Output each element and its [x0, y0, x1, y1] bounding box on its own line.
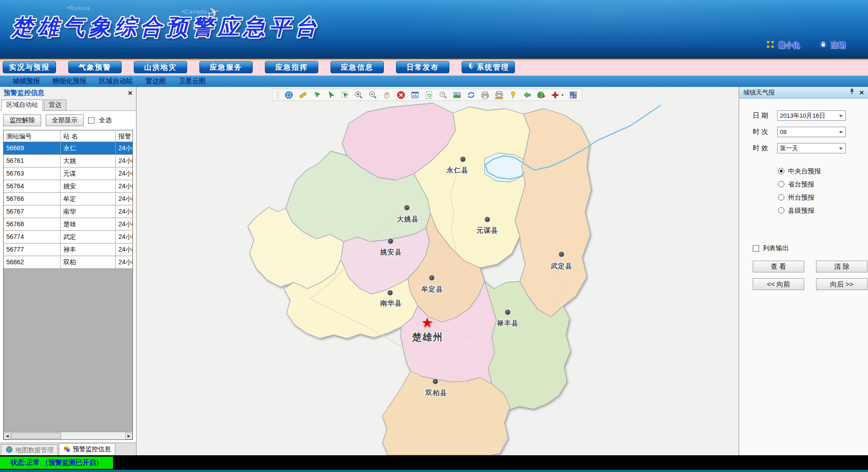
bottom-tab-1[interactable]: 地图数据管理 — [1, 444, 58, 455]
left-panel-close-icon[interactable]: × — [128, 89, 132, 97]
scroll-right-arrow-icon[interactable]: ▶ — [125, 433, 132, 439]
table-row[interactable]: 56669永仁24小时 — [4, 142, 132, 155]
nav-tab-1[interactable]: 实况与预报 — [3, 61, 56, 73]
map-toolbar: ?▾ — [272, 89, 582, 101]
radio-label: 州台预报 — [788, 193, 814, 202]
chevron-down-icon[interactable] — [839, 148, 843, 150]
alarm-cell: 24小时 — [116, 167, 132, 180]
left-panel-tabs: 区域自动站 雷达 — [0, 99, 136, 110]
header-banner: •Russia•Canada ✈ 楚雄气象综合预警应急平台 最小化 注销 — [0, 0, 868, 60]
table-row[interactable]: 56766牟定24小时 — [4, 193, 132, 205]
forecast-buttons: 查 看清 除<< 向前向后 >> — [753, 261, 868, 290]
field-combobox[interactable]: 2013年10月16日 — [777, 110, 846, 121]
clear-button[interactable]: 清 除 — [816, 261, 868, 272]
subnav-item-2[interactable]: 精细化预报 — [46, 77, 93, 86]
show-all-button[interactable]: 全部显示 — [46, 114, 84, 126]
scroll-left-arrow-icon[interactable]: ◀ — [4, 433, 11, 439]
radio-button[interactable] — [778, 181, 784, 187]
nav-tab-8[interactable]: 系统管理 — [462, 61, 515, 73]
map-place-label: 大姚县 — [397, 215, 419, 224]
radio-row: 州台预报 — [778, 192, 868, 203]
scrollbar-thumb[interactable] — [11, 433, 61, 439]
table-row[interactable]: 56768楚雄24小时 — [4, 218, 132, 231]
print-setup-icon[interactable] — [495, 91, 504, 100]
layers-icon[interactable] — [569, 91, 578, 100]
bottom-tab-2[interactable]: 预警监控信息 — [59, 443, 115, 455]
table-row[interactable]: 56777禄丰24小时 — [4, 243, 132, 256]
select-all-checkbox[interactable] — [88, 117, 94, 124]
chevron-down-icon[interactable] — [839, 131, 843, 133]
nav-tab-label: 应急信息 — [341, 62, 373, 73]
logout-button[interactable]: 注销 — [819, 40, 845, 51]
nav-tab-7[interactable]: 日常发布 — [396, 61, 449, 73]
map-canvas[interactable]: 永仁县大姚县元谋县姚安县武定县牟定县南华县禄丰县★楚雄州双柏县 ?▾ — [137, 87, 739, 455]
table-row[interactable]: 56774武定24小时 — [4, 231, 132, 243]
measure-icon[interactable] — [298, 91, 307, 100]
radio-button[interactable] — [778, 194, 784, 200]
add-layer-icon[interactable] — [537, 91, 546, 100]
legend-icon[interactable] — [453, 91, 462, 100]
field-combobox[interactable]: 08 — [777, 127, 846, 137]
pin-icon[interactable] — [849, 88, 855, 97]
nav-tab-6[interactable]: 应急信息 — [330, 61, 384, 73]
toolbar-dropdown-caret-icon[interactable]: ▾ — [561, 93, 564, 97]
toolbar-grip[interactable] — [277, 91, 279, 99]
subnav-item-4[interactable]: 雷达图 — [139, 77, 172, 86]
select-polygon-icon[interactable] — [340, 91, 349, 100]
subnav-item-3[interactable]: 区域自动站 — [93, 77, 139, 86]
chevron-down-icon[interactable] — [839, 115, 843, 117]
zoom-in-icon[interactable] — [354, 91, 363, 100]
content-area: 预警监控信息 × 区域自动站 雷达 监控解除 全部显示 全选 测站编号 站 名 — [0, 87, 868, 455]
table-row[interactable]: 56763元谋24小时 — [4, 167, 132, 180]
table-row[interactable]: 56862双柏24小时 — [4, 256, 132, 269]
nav-tab-label: 应急服务 — [210, 62, 242, 73]
refresh-page-icon[interactable] — [425, 91, 434, 100]
print-icon[interactable] — [481, 91, 490, 100]
map-place-label: 牟定县 — [421, 285, 443, 294]
nav-tab-5[interactable]: 应急指挥 — [265, 61, 318, 73]
compass-icon[interactable] — [551, 91, 560, 100]
release-monitor-button[interactable]: 监控解除 — [3, 114, 41, 126]
minimize-button[interactable]: 最小化 — [766, 40, 800, 51]
backward-button[interactable]: 向后 >> — [816, 278, 868, 290]
subnav-item-5[interactable]: 卫星云图 — [172, 77, 212, 86]
radio-button[interactable] — [778, 207, 784, 214]
table-row[interactable]: 56764姚安24小时 — [4, 180, 132, 193]
chart-window-icon[interactable] — [410, 91, 420, 100]
nav-tab-4[interactable]: 应急服务 — [199, 61, 253, 73]
marker-icon[interactable] — [509, 91, 518, 100]
previous-view-icon[interactable] — [523, 91, 532, 100]
nav-tab-3[interactable]: 山洪地灾 — [134, 61, 187, 73]
subnav-item-1[interactable]: 城镇预报 — [6, 77, 46, 86]
map-place-label: 姚安县 — [380, 248, 402, 257]
globe-icon[interactable] — [284, 91, 293, 100]
select-arrow-icon[interactable] — [326, 91, 335, 100]
station-id-cell: 56761 — [4, 155, 61, 167]
right-panel-close-icon[interactable]: × — [859, 89, 864, 96]
tab-radar[interactable]: 雷达 — [44, 100, 66, 110]
select-lasso-icon[interactable] — [312, 91, 321, 100]
monitor-icon — [63, 445, 71, 454]
redraw-icon[interactable] — [467, 91, 476, 100]
view-button[interactable]: 查 看 — [753, 261, 804, 272]
identify-icon[interactable]: ? — [439, 91, 448, 100]
radio-button[interactable] — [778, 168, 784, 174]
radio-label: 省台预报 — [788, 180, 814, 189]
table-horizontal-scrollbar[interactable]: ◀ ▶ — [4, 432, 132, 439]
table-empty-area — [4, 269, 132, 432]
station-name-cell: 楚雄 — [61, 218, 116, 230]
nav-tab-2[interactable]: 气象预警 — [68, 61, 122, 73]
zoom-out-icon[interactable] — [368, 91, 377, 100]
map-place-label: 武定县 — [551, 262, 572, 271]
list-output-checkbox[interactable] — [753, 245, 759, 252]
table-row[interactable]: 56767南华24小时 — [4, 205, 132, 218]
banner-controls: 最小化 注销 — [766, 40, 845, 51]
forecast-fields: 日 期2013年10月16日时 次08时 效第一天 — [753, 110, 868, 153]
stop-icon[interactable] — [396, 91, 406, 100]
table-row[interactable]: 56761大姚24小时 — [4, 155, 132, 167]
tab-region-autostation[interactable]: 区域自动站 — [1, 100, 43, 111]
pan-icon[interactable] — [382, 91, 392, 100]
field-combobox[interactable]: 第一天 — [777, 143, 846, 153]
forward-button[interactable]: << 向前 — [753, 278, 804, 290]
alarm-cell: 24小时 — [116, 155, 132, 167]
